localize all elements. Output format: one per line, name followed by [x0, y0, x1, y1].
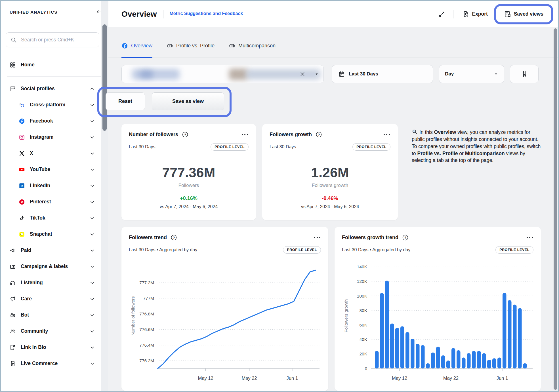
search-field[interactable]	[20, 37, 94, 43]
granularity-select[interactable]: Day	[439, 65, 504, 83]
sidebar-item-listening[interactable]: Listening	[1, 275, 108, 291]
expand-icon[interactable]	[437, 9, 447, 19]
sidebar-item-bot[interactable]: Bot	[1, 307, 108, 323]
sidebar-item-linkedin[interactable]: in LinkedIn	[1, 178, 108, 194]
svg-text:776.2M: 776.2M	[139, 358, 154, 363]
header-divider	[453, 10, 453, 18]
headphones-icon	[10, 280, 16, 286]
chevron-down-icon[interactable]	[90, 102, 95, 108]
chevron-down-icon[interactable]	[90, 167, 95, 172]
phone-arrow-icon	[10, 344, 16, 351]
comparison-circles-icon	[229, 43, 235, 49]
save-as-view-button[interactable]: Save as view	[152, 92, 224, 110]
app-window: UNIFIED ANALYTICS Home Social profiles	[0, 0, 559, 392]
sidebar-item-paid[interactable]: Paid	[1, 242, 108, 258]
main-scrollbar-thumb[interactable]	[554, 28, 557, 390]
redacted-profile-chip	[229, 69, 248, 80]
more-options-icon[interactable]	[526, 237, 533, 239]
x-logo-icon	[19, 150, 25, 157]
help-icon[interactable]: ?	[402, 234, 409, 241]
sidebar-item-tiktok[interactable]: TikTok	[1, 210, 108, 226]
chevron-up-icon[interactable]	[90, 86, 95, 91]
chevron-down-icon[interactable]	[90, 313, 95, 318]
sidebar-item-facebook[interactable]: Facebook	[1, 113, 108, 129]
card-period: Last 30 Days	[270, 144, 296, 149]
kpi-compare-period: vs Apr 7, 2024 - May 6, 2024	[270, 204, 390, 209]
sidebar-item-home[interactable]: Home	[1, 57, 108, 73]
chevron-down-icon[interactable]	[90, 264, 95, 269]
sidebar-item-snapchat[interactable]: Snapchat	[1, 226, 108, 242]
help-icon[interactable]: ?	[316, 131, 322, 138]
svg-text:Jun 1: Jun 1	[497, 376, 508, 381]
chevron-down-icon[interactable]	[90, 199, 95, 205]
chevron-down-icon[interactable]	[90, 248, 95, 253]
chevron-down-icon[interactable]	[90, 119, 95, 124]
followers-trend-line-chart: 776.2M776.4M776.6M776.8M777M777.2MNumber…	[129, 259, 321, 385]
card-period: Last 30 Days • Aggregated by day	[342, 247, 410, 252]
sidebar-item-link-in-bio[interactable]: Link In Bio	[1, 339, 108, 355]
tab-profile-vs-profile[interactable]: Profile vs. Profile	[167, 43, 215, 58]
chevron-down-icon[interactable]	[90, 280, 95, 285]
sidebar-scrollbar[interactable]	[101, 1, 108, 391]
reset-button[interactable]: Reset	[106, 92, 145, 110]
export-icon	[463, 11, 469, 18]
sidebar-item-instagram[interactable]: Instagram	[1, 129, 108, 145]
tab-multicomparison[interactable]: Multicomparison	[229, 43, 276, 58]
tab-overview[interactable]: Overview	[121, 43, 152, 58]
facebook-icon	[19, 118, 25, 124]
svg-text:?: ?	[404, 236, 406, 239]
svg-text:60K: 60K	[359, 323, 367, 327]
chevron-down-icon[interactable]	[90, 183, 95, 188]
date-range-picker[interactable]: Last 30 Days	[332, 65, 433, 83]
sidebar-item-social-profiles[interactable]: Social profiles	[1, 81, 108, 97]
chevron-down-icon[interactable]	[90, 232, 95, 237]
header-divider	[163, 10, 163, 18]
sidebar-scrollbar-thumb[interactable]	[102, 24, 107, 131]
svg-text:?: ?	[184, 133, 186, 136]
sidebar-item-campaigns-labels[interactable]: Campaigns & labels	[1, 258, 108, 275]
redacted-profile-chip	[140, 70, 153, 78]
caret-down-icon[interactable]	[314, 72, 319, 76]
export-button[interactable]: Export	[460, 9, 490, 20]
svg-text:P: P	[21, 200, 23, 204]
svg-text:140K: 140K	[357, 264, 367, 269]
chevron-down-icon[interactable]	[90, 135, 95, 140]
sidebar-item-cross-platform[interactable]: Cross-platform	[1, 97, 108, 113]
svg-text:Jun 1: Jun 1	[287, 376, 298, 381]
svg-text:0: 0	[365, 366, 367, 371]
clear-selection-icon[interactable]	[299, 71, 306, 77]
sidebar-item-care[interactable]: Care	[1, 291, 108, 307]
chevron-down-icon[interactable]	[90, 296, 95, 302]
more-options-icon[interactable]	[314, 237, 321, 239]
search-input[interactable]	[6, 32, 99, 47]
help-icon[interactable]: ?	[182, 131, 188, 138]
more-options-icon[interactable]	[241, 134, 249, 136]
svg-text:120K: 120K	[357, 279, 367, 284]
card-title: Followers growth	[270, 132, 312, 138]
chevron-down-icon[interactable]	[90, 329, 95, 334]
home-grid-icon	[10, 62, 16, 68]
chevron-down-icon[interactable]	[90, 216, 95, 221]
metric-suggestions-link[interactable]: Metric Suggestions and Feedback	[170, 11, 243, 17]
svg-text:777M: 777M	[143, 296, 154, 301]
svg-text:May 12: May 12	[198, 376, 213, 381]
sliders-icon	[521, 70, 528, 78]
more-options-icon[interactable]	[383, 134, 390, 136]
chevron-down-icon[interactable]	[90, 151, 95, 156]
megaphone-icon	[10, 247, 16, 254]
sidebar-item-pinterest[interactable]: P Pinterest	[1, 194, 108, 210]
chart-settings-button[interactable]	[510, 65, 539, 83]
chevron-down-icon[interactable]	[90, 345, 95, 350]
sidebar-item-youtube[interactable]: YouTube	[1, 161, 108, 178]
profile-selector[interactable]	[121, 65, 324, 83]
sidebar-item-community[interactable]: Community	[1, 323, 108, 339]
svg-text:100K: 100K	[357, 294, 367, 298]
sidebar-item-live-commerce[interactable]: Live Commerce	[1, 355, 108, 372]
saved-views-button[interactable]: Saved views	[501, 8, 546, 20]
profile-level-badge: PROFILE LEVEL	[352, 143, 390, 151]
sidebar-item-x[interactable]: X	[1, 145, 108, 161]
chart-card-followers-growth-trend: Followers growth trend ? Last 30 Days • …	[335, 227, 541, 391]
help-icon[interactable]: ?	[171, 234, 177, 241]
main-area: Overview Metric Suggestions and Feedback…	[108, 1, 558, 391]
chevron-down-icon[interactable]	[90, 361, 95, 366]
